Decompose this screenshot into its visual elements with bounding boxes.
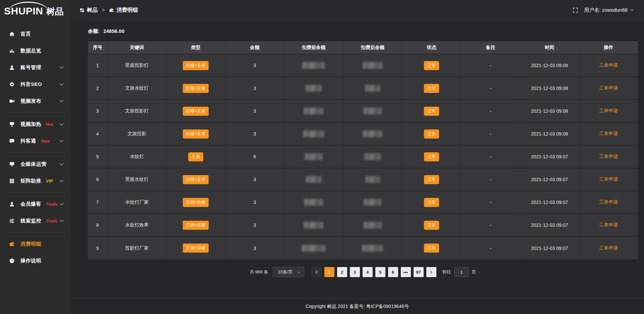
- type-badge: 前缀+主词: [183, 84, 209, 93]
- serial-cell: 5: [88, 145, 107, 168]
- sidebar-divider: [5, 112, 65, 113]
- sidebar-item-16[interactable]: ?操作说明: [0, 252, 70, 269]
- chevron-down-icon: [59, 65, 64, 70]
- action-cell: 工单申请: [579, 122, 638, 145]
- sidebar-item-6[interactable]: 视频加热Hot: [0, 116, 70, 133]
- page-size-select[interactable]: 10条/页: [273, 267, 304, 277]
- breadcrumb-current[interactable]: 消费明细: [109, 7, 138, 14]
- status-badge: 正常: [424, 175, 439, 184]
- masked-value: [303, 130, 324, 137]
- page-button-4[interactable]: 4: [363, 267, 373, 277]
- sidebar-item-9[interactable]: 全媒体运营: [0, 156, 70, 172]
- topbar: 树品 > 消费明细 用户名: zswodun88: [70, 0, 644, 20]
- page-button-5[interactable]: 5: [375, 267, 385, 277]
- keyword-cell: 投影灯厂家: [107, 237, 166, 259]
- sidebar-item-13[interactable]: 线索监控Tools: [0, 212, 70, 229]
- sidebar-item-10[interactable]: 矩阵助推VIP: [0, 172, 70, 189]
- question-icon: ?: [9, 258, 15, 264]
- work-order-link[interactable]: 工单申请: [599, 154, 618, 159]
- balance-row: 余额: 24856.00: [88, 28, 638, 35]
- chevron-down-icon: [630, 8, 634, 12]
- type-cell: 主词+后缀: [166, 191, 225, 214]
- work-order-link[interactable]: 工单申请: [599, 131, 618, 136]
- column-header-3: 金额: [225, 41, 284, 54]
- sidebar-item-tag: New: [41, 139, 50, 144]
- sidebar-item-label: 账号管理: [20, 64, 41, 71]
- wallet-icon: [9, 241, 15, 247]
- chevron-down-icon: [59, 98, 64, 104]
- status-cell: 正常: [402, 214, 461, 237]
- serial-cell: 4: [88, 122, 107, 145]
- work-order-link[interactable]: 工单申请: [599, 199, 618, 205]
- svg-text:?: ?: [11, 259, 13, 262]
- keyword-cell: 文旅水纹灯: [107, 77, 166, 100]
- work-order-link[interactable]: 工单申请: [599, 62, 618, 68]
- remark-cell: -: [461, 77, 520, 100]
- remark-cell: -: [461, 214, 520, 237]
- work-order-link[interactable]: 工单申请: [599, 85, 618, 91]
- keyword-cell: 水纹灯效果: [107, 214, 166, 237]
- sliders-icon: [9, 218, 15, 224]
- time-cell: 2021-12-03 09:08: [520, 77, 579, 100]
- breadcrumb-home[interactable]: 树品: [79, 7, 98, 14]
- grid-icon: [9, 178, 15, 184]
- column-header-8: 时间: [520, 41, 579, 54]
- table-row: 8水纹灯效果主词+后缀3正常-2021-12-03 09:07工单申请: [88, 214, 638, 237]
- amount-cell: 3: [225, 100, 284, 122]
- page-button-97[interactable]: 97: [414, 267, 424, 277]
- content: 余额: 24856.00 序号关键词类型金额扣费前余额扣费后余额状态备注时间操作…: [70, 20, 644, 299]
- sidebar-divider: [5, 192, 65, 193]
- user-menu[interactable]: 用户名: zswodun88: [584, 7, 634, 13]
- status-cell: 正常: [402, 168, 461, 191]
- footer: Copyright 树品 2021 备案号: 粤ICP备09019646号: [70, 299, 644, 314]
- page-button-1[interactable]: 1: [324, 267, 334, 277]
- page-button-2[interactable]: 2: [337, 267, 347, 277]
- remark-cell: -: [461, 100, 520, 122]
- work-order-link[interactable]: 工单申请: [599, 222, 618, 227]
- table-row: 2文旅水纹灯前缀+主词3正常-2021-12-03 09:08工单申请: [88, 77, 638, 100]
- username-label: 用户名: zswodun88: [584, 7, 628, 13]
- work-order-link[interactable]: 工单申请: [599, 108, 618, 113]
- masked-value: [365, 85, 380, 92]
- masked-value: [302, 245, 325, 252]
- sidebar-item-1[interactable]: 数据总览: [0, 42, 70, 59]
- page-button-6[interactable]: 6: [388, 267, 398, 277]
- status-cell: 正常: [402, 100, 461, 122]
- keyword-cell: 景观水纹灯: [107, 168, 166, 191]
- goto-page-group: 前往页: [442, 267, 476, 277]
- table-row: 7水纹灯厂家主词+后缀3正常-2021-12-03 09:07工单申请: [88, 191, 638, 214]
- app-root: SHUPIN 树品 首页数据总览账号管理抖音SEO视频发布视频加热Hot抖客通N…: [0, 0, 644, 314]
- prev-page-button[interactable]: [312, 267, 322, 277]
- sidebar-item-4[interactable]: 视频发布: [0, 93, 70, 109]
- sidebar-item-3[interactable]: 抖音SEO: [0, 76, 70, 93]
- serial-cell: 6: [88, 168, 107, 191]
- type-cell: 前缀+主词: [166, 122, 225, 145]
- balance-label: 余额:: [88, 28, 100, 34]
- next-page-button[interactable]: [426, 267, 436, 277]
- page-ellipsis[interactable]: •••: [401, 267, 411, 277]
- fullscreen-icon[interactable]: [573, 7, 578, 13]
- work-order-link[interactable]: 工单申请: [599, 245, 618, 251]
- balance-after-cell: [343, 77, 402, 100]
- sidebar-item-12[interactable]: 会员爆客Tools: [0, 196, 70, 212]
- chat-icon: [9, 138, 15, 144]
- type-badge: 前缀+主词: [183, 175, 209, 184]
- sidebar-item-0[interactable]: 首页: [0, 25, 70, 42]
- copyright-text: Copyright 树品 2021 备案号: 粤ICP备09019646号: [306, 304, 409, 310]
- balance-before-cell: [284, 54, 343, 77]
- work-order-link[interactable]: 工单申请: [599, 176, 618, 182]
- status-badge: 正常: [424, 198, 439, 207]
- goto-page-input[interactable]: [454, 267, 469, 277]
- balance-before-cell: [284, 122, 343, 145]
- time-cell: 2021-12-03 09:08: [520, 100, 579, 122]
- balance-before-cell: [284, 77, 343, 100]
- type-badge: 主词+后缀: [183, 221, 209, 230]
- video-camera-icon: [9, 98, 15, 104]
- sidebar-item-7[interactable]: 抖客通New: [0, 133, 70, 149]
- sidebar-item-2[interactable]: 账号管理: [0, 59, 70, 76]
- sidebar-item-15[interactable]: 消费明细: [0, 235, 70, 252]
- serial-cell: 2: [88, 77, 107, 100]
- balance-after-cell: [343, 54, 402, 77]
- page-button-3[interactable]: 3: [350, 267, 360, 277]
- masked-value: [306, 176, 321, 183]
